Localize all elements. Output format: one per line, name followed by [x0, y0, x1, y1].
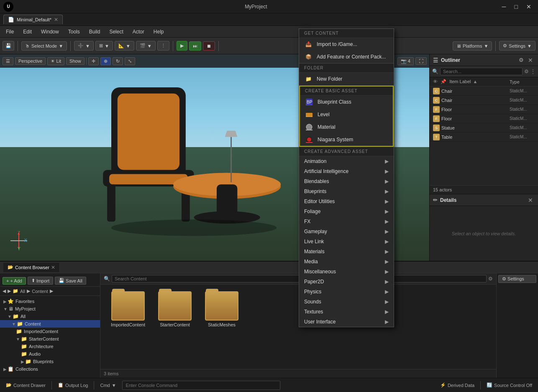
content-browser-tab[interactable]: 📂 Content Browser ✕: [3, 263, 60, 272]
outliner-more-icon[interactable]: ⋮: [530, 69, 535, 74]
content-drawer-btn[interactable]: 📂 Content Drawer: [3, 382, 48, 389]
menu-livelink[interactable]: Live Link ▶: [299, 237, 394, 247]
up-btn[interactable]: 📁: [13, 288, 18, 294]
content-tab-close[interactable]: ✕: [51, 265, 55, 270]
menu-niagara[interactable]: Niagara System: [300, 133, 393, 146]
derived-data-btn[interactable]: ⚡ Derived Data: [438, 382, 477, 389]
folder-starter[interactable]: StarterContent: [154, 291, 196, 327]
tree-starter[interactable]: ▼ 📁 StarterContent: [0, 335, 100, 343]
settings-btn[interactable]: ⚙ Settings ▼: [499, 41, 535, 51]
snap-btn[interactable]: 📐 ▼: [115, 41, 134, 51]
menu-ui[interactable]: User Interface ▶: [299, 317, 394, 327]
outliner-close-btn[interactable]: ✕: [526, 56, 535, 64]
menu-misc[interactable]: Miscellaneous ▶: [299, 267, 394, 277]
lit-btn[interactable]: ☀ Lit: [47, 57, 64, 65]
menu-physics[interactable]: Physics ▶: [299, 287, 394, 297]
menu-blendables[interactable]: Blendables ▶: [299, 176, 394, 186]
outliner-settings-icon[interactable]: ⚙: [519, 57, 524, 63]
tree-myproject[interactable]: ▼ 🖥 MyProject: [0, 305, 100, 313]
menu-material[interactable]: Material: [300, 121, 393, 133]
outliner-item-floor2[interactable]: F Floor StaticM...: [430, 114, 538, 123]
cmd-arrow[interactable]: ▼: [112, 383, 116, 388]
tree-audio[interactable]: 📁 Audio: [0, 350, 100, 358]
file-tab[interactable]: 📄 Minimal_Default* ✕: [3, 15, 63, 24]
outliner-item-table[interactable]: T Table StaticM...: [430, 132, 538, 142]
menu-materials[interactable]: Materials ▶: [299, 247, 394, 257]
content-label[interactable]: Content: [32, 289, 48, 294]
menu-fx[interactable]: FX ▶: [299, 216, 394, 227]
menu-sounds[interactable]: Sounds ▶: [299, 297, 394, 307]
transform-btn[interactable]: ⊕: [100, 57, 111, 65]
menu-help[interactable]: Help: [149, 27, 168, 36]
folder-imported[interactable]: ImportedContent: [107, 291, 149, 327]
outliner-item-chair1[interactable]: C Chair StaticM...: [430, 87, 538, 96]
tree-imported[interactable]: 📁 ImportedContent: [0, 328, 100, 335]
menu-textures[interactable]: Textures ▶: [299, 307, 394, 317]
menu-select[interactable]: Select: [105, 27, 127, 36]
menu-edit[interactable]: Edit: [19, 27, 36, 36]
menu-build[interactable]: Build: [85, 27, 105, 36]
menu-editor-utilities[interactable]: Editor Utilities ▶: [299, 196, 394, 206]
source-control-btn[interactable]: 🔄 Source Control Off: [484, 382, 535, 389]
rotate-btn[interactable]: ↻: [113, 57, 123, 65]
show-btn[interactable]: Show: [66, 57, 85, 65]
vp-fullscreen-btn[interactable]: ⛶: [415, 57, 427, 65]
translate-btn[interactable]: ✛: [88, 57, 99, 65]
import-btn[interactable]: ⬆ Import: [28, 277, 53, 285]
content-search-opts[interactable]: ⚙: [488, 276, 493, 282]
tree-architecture[interactable]: 📁 Architecture: [0, 343, 100, 350]
all-label[interactable]: All: [20, 289, 25, 294]
play-step-btn[interactable]: ⏭: [189, 41, 201, 51]
menu-gameplay[interactable]: Gameplay ▶: [299, 227, 394, 237]
menu-blueprint[interactable]: BP Blueprint Class: [300, 96, 393, 108]
add-btn[interactable]: + + Add: [3, 277, 26, 285]
menu-foliage[interactable]: Foliage ▶: [299, 206, 394, 216]
close-btn[interactable]: ✕: [523, 2, 535, 12]
outliner-filter-icon[interactable]: ⚙: [524, 69, 529, 74]
hamburger-btn[interactable]: ☰: [3, 57, 13, 65]
platforms-btn[interactable]: 🖥 Platforms ▼: [453, 41, 492, 51]
content-settings-btn[interactable]: ⚙ Settings: [498, 275, 536, 283]
perspective-btn[interactable]: Perspective: [15, 57, 46, 65]
forward-btn[interactable]: ▶: [8, 288, 11, 294]
misc-btn[interactable]: ⋮: [157, 41, 169, 51]
play-btn[interactable]: ▶: [177, 41, 187, 51]
vp-cam-btn[interactable]: 📷 4: [397, 57, 414, 65]
console-input[interactable]: [122, 381, 280, 390]
menu-add-feature[interactable]: 📦 Add Feature or Content Pack...: [299, 51, 394, 63]
outliner-item-chair2[interactable]: C Chair StaticM...: [430, 96, 538, 105]
select-mode-btn[interactable]: 🖱 Select Mode ▼: [21, 41, 67, 51]
outliner-search-input[interactable]: [440, 68, 523, 75]
menu-actor[interactable]: Actor: [128, 27, 149, 36]
play-stop-btn[interactable]: ⏹: [203, 41, 215, 51]
menu-animation[interactable]: Animation ▶: [299, 156, 394, 166]
add-actor-btn[interactable]: ➕ ▼: [74, 41, 94, 51]
menu-tools[interactable]: Tools: [64, 27, 84, 36]
outliner-item-floor1[interactable]: F Floor StaticM...: [430, 105, 538, 114]
file-tab-close[interactable]: ✕: [54, 17, 58, 23]
details-close-btn[interactable]: ✕: [526, 196, 535, 204]
back-btn[interactable]: ◀: [3, 288, 6, 294]
tree-blueprints[interactable]: ▶ 📁 Blueprints: [0, 358, 100, 365]
menu-import[interactable]: 📥 Import to /Game...: [299, 38, 394, 51]
menu-level[interactable]: Level: [300, 108, 393, 121]
output-log-btn[interactable]: 📋 Output Log: [55, 382, 90, 389]
menu-blueprints[interactable]: Blueprints ▶: [299, 186, 394, 196]
menu-new-folder[interactable]: 📁 New Folder: [299, 73, 394, 85]
folder-staticmeshes[interactable]: StaticMeshes: [201, 291, 243, 327]
outliner-item-statue[interactable]: S Statue StaticM...: [430, 123, 538, 132]
scale-btn[interactable]: ⤡: [125, 57, 135, 65]
tree-content[interactable]: ▼ 📁 Content: [0, 320, 100, 328]
tree-favorites[interactable]: ▶ ⭐ Favorites: [0, 298, 100, 305]
menu-ai[interactable]: Artificial Intelligence ▶: [299, 166, 394, 176]
anim-btn[interactable]: 🎬 ▼: [136, 41, 156, 51]
menu-media[interactable]: Media ▶: [299, 257, 394, 267]
grid-snap-btn[interactable]: ⊞ ▼: [95, 41, 113, 51]
tree-all[interactable]: ▼ 📁 All: [0, 313, 100, 320]
menu-window[interactable]: Window: [37, 27, 63, 36]
save-btn[interactable]: 💾: [3, 41, 14, 51]
minimize-btn[interactable]: ─: [499, 2, 510, 12]
menu-paper2d[interactable]: Paper2D ▶: [299, 277, 394, 287]
maximize-btn[interactable]: □: [511, 2, 521, 12]
tree-collections[interactable]: ▶ 📋 Collections: [0, 365, 100, 373]
